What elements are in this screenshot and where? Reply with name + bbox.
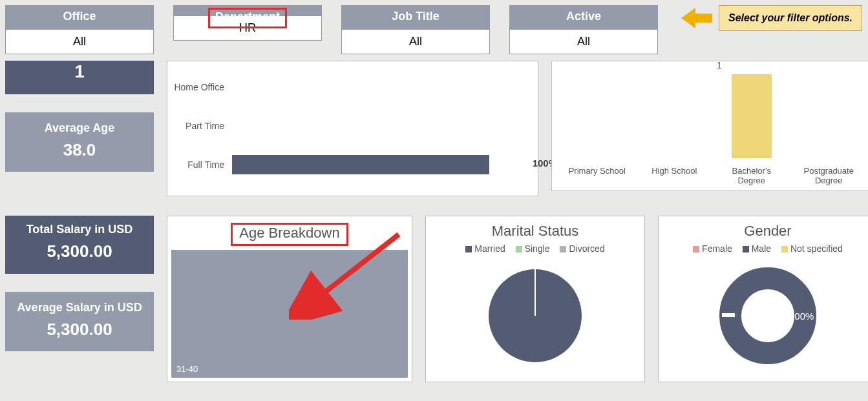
tile-total-salary: Total Salary in USD 5,300.00 xyxy=(5,216,154,274)
annotation-age-title-highlight: Age Breakdown xyxy=(231,223,348,246)
marital-legend: Married Single Divorced xyxy=(426,243,644,254)
education-label: Primary School xyxy=(565,166,630,185)
filter-jobtitle-value: All xyxy=(342,30,489,54)
age-breakdown-title: Age Breakdown xyxy=(167,216,412,250)
worktype-chart: Home Office Part Time Full Time 100% xyxy=(167,61,538,196)
hint-text: Select your filter options. xyxy=(719,5,862,31)
gender-title: Gender xyxy=(659,216,868,243)
marital-title: Marital Status xyxy=(426,216,644,243)
worktype-cat: Home Office xyxy=(174,82,232,92)
tile-avg-salary-value: 5,300.00 xyxy=(5,320,154,340)
hint-area: Select your filter options. xyxy=(681,5,862,31)
education-label: Postgraduate Degree xyxy=(796,166,861,185)
filter-office-value: All xyxy=(6,30,153,54)
arrow-left-icon xyxy=(681,8,712,28)
panel-marital: Marital Status Married Single Divorced xyxy=(425,216,645,382)
education-chart: 1 Primary School High School Bachelor's … xyxy=(552,61,868,190)
svg-rect-6 xyxy=(722,313,735,317)
filter-jobtitle-label: Job Title xyxy=(342,6,489,30)
worktype-row-full: Full Time 100% xyxy=(174,145,525,184)
tile-avg-age-value: 38.0 xyxy=(5,140,154,160)
filter-row: Office All Department HR Job Title All A… xyxy=(0,0,868,54)
left-tiles-top: 1 Average Age 38.0 xyxy=(5,61,154,190)
filter-active-value: All xyxy=(510,30,657,54)
legend-label: Female xyxy=(702,243,732,254)
panel-education: 1 Primary School High School Bachelor's … xyxy=(551,61,868,191)
dashboard-row-2: Total Salary in USD 5,300.00 Average Sal… xyxy=(0,203,868,387)
filter-active-label: Active xyxy=(510,6,657,30)
filter-office[interactable]: Office All xyxy=(5,5,154,54)
worktype-cat: Part Time xyxy=(174,121,232,131)
legend-swatch-icon xyxy=(465,246,472,252)
panel-worktype: Home Office Part Time Full Time 100% xyxy=(167,61,538,196)
worktype-row-home: Home Office xyxy=(174,68,525,107)
legend-label: Single xyxy=(525,243,550,254)
filter-active[interactable]: Active All xyxy=(509,5,658,54)
filter-jobtitle[interactable]: Job Title All xyxy=(341,5,490,54)
worktype-row-part: Part Time xyxy=(174,107,525,145)
age-bucket-label: 31-40 xyxy=(176,364,198,374)
filter-department[interactable]: Department HR xyxy=(173,5,322,41)
worktype-cat: Full Time xyxy=(174,159,232,170)
tile-count-value: 1 xyxy=(6,61,153,82)
panel-age-breakdown: Age Breakdown 31-40 xyxy=(167,216,412,382)
dashboard-row-1: 1 Average Age 38.0 Home Office Part Time… xyxy=(0,54,868,203)
tile-avg-age-label: Average Age xyxy=(5,121,154,135)
left-tiles-bottom: Total Salary in USD 5,300.00 Average Sal… xyxy=(5,216,154,382)
legend-swatch-icon xyxy=(560,246,566,252)
legend-swatch-icon xyxy=(693,246,699,252)
legend-swatch-icon xyxy=(743,246,749,252)
tile-count: 1 xyxy=(5,61,154,94)
gender-donut-chart: 100% xyxy=(713,259,823,369)
age-breakdown-body: 31-40 xyxy=(171,250,408,378)
education-label: Bachelor's Degree xyxy=(719,166,784,185)
filter-department-value: HR xyxy=(174,16,321,40)
legend-label: Divorced xyxy=(569,243,604,254)
marital-pie-chart xyxy=(480,259,590,369)
legend-label: Not specified xyxy=(790,243,843,254)
legend-swatch-icon xyxy=(516,246,522,252)
legend-label: Married xyxy=(474,243,505,254)
education-bar xyxy=(732,74,772,158)
gender-legend: Female Male Not specified xyxy=(659,243,868,254)
education-label: High School xyxy=(642,166,706,185)
legend-label: Male xyxy=(752,243,771,254)
tile-avg-salary-label: Average Salary in USD xyxy=(5,301,154,314)
filter-office-label: Office xyxy=(6,6,153,30)
legend-swatch-icon xyxy=(781,246,788,252)
tile-total-salary-value: 5,300.00 xyxy=(6,242,153,262)
tile-total-salary-label: Total Salary in USD xyxy=(6,223,153,236)
gender-pct-label: 100% xyxy=(789,311,814,322)
panel-gender: Gender Female Male Not specified 100% xyxy=(658,216,868,382)
tile-avg-age: Average Age 38.0 xyxy=(5,112,154,172)
tile-avg-salary: Average Salary in USD 5,300.00 xyxy=(5,292,154,351)
filter-department-label: Department xyxy=(174,6,321,16)
